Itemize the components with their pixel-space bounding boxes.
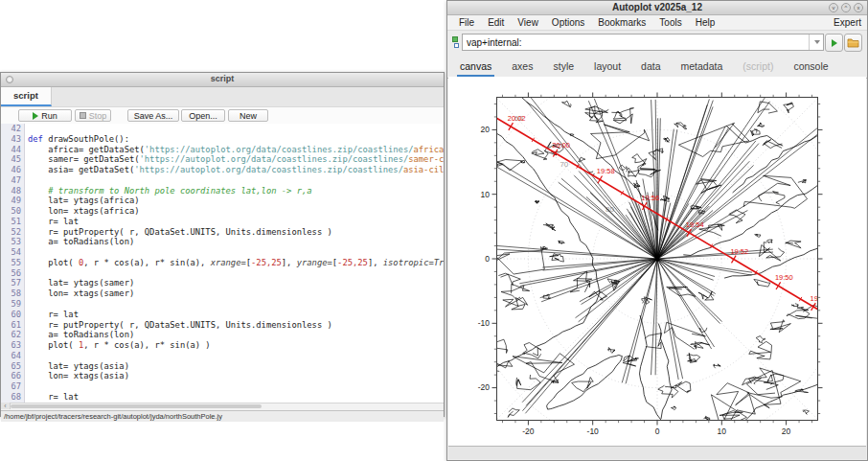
code-line-60[interactable]: 60 r= lat <box>1 310 444 320</box>
menu-help[interactable]: Help <box>689 17 722 28</box>
line-number: 50 <box>1 206 25 217</box>
new-button[interactable]: New <box>228 109 268 122</box>
menu-options[interactable]: Options <box>545 17 591 28</box>
line-number: 66 <box>1 371 25 381</box>
close-icon[interactable]: x <box>854 3 863 12</box>
y-tick-label: -20 <box>478 382 491 392</box>
y-tick-label: 0 <box>485 254 490 264</box>
line-number: 51 <box>1 217 25 227</box>
minimize-icon[interactable]: v <box>829 3 838 12</box>
y-tick-label: 20 <box>481 125 491 134</box>
time-label: 19:50 <box>775 273 793 282</box>
code-line-68[interactable]: 68 r= lat <box>1 392 444 403</box>
code-line-54[interactable]: 54 <box>1 247 444 258</box>
ap-tab-canvas[interactable]: canvas <box>457 60 494 78</box>
x-tick-label: 10 <box>718 426 727 436</box>
autoplot-titlebar[interactable]: Autoplot v2025a_12 v ^ x <box>447 1 867 15</box>
ap-tab-layout[interactable]: layout <box>591 60 624 78</box>
code-line-43[interactable]: 43def drawSouthPole(): <box>1 134 444 145</box>
open-folder-button[interactable] <box>844 34 862 52</box>
x-tick-label: -10 <box>587 426 600 436</box>
code-line-47[interactable]: 47 <box>1 175 444 186</box>
line-number: 65 <box>1 361 25 372</box>
y-tick-label: 10 <box>481 190 491 199</box>
code-line-58[interactable]: 58 lon= xtags(samer) <box>1 288 444 299</box>
code-text <box>25 351 28 360</box>
code-text: plot( 0, r * cos(a), r* sin(a), xrange=[… <box>25 258 444 267</box>
ap-tab-metadata[interactable]: metadata <box>678 60 726 78</box>
line-number: 44 <box>1 145 25 155</box>
uri-input[interactable] <box>462 34 824 51</box>
code-line-67[interactable]: 67 <box>1 381 444 392</box>
ap-tab-axes[interactable]: axes <box>509 60 536 78</box>
code-editor[interactable]: 4243def drawSouthPole():44 africa= getDa… <box>1 124 444 403</box>
code-line-63[interactable]: 63 plot( 1, r * cos(a), r* sin(a) ) <box>1 340 444 351</box>
script-file-path: /home/jbf/project/tracers/research-git/a… <box>4 412 222 421</box>
new-button-label: New <box>240 111 257 121</box>
code-line-59[interactable]: 59 <box>1 299 444 310</box>
code-text: r= lat <box>25 392 79 402</box>
code-line-65[interactable]: 65 lat= ytags(asia) <box>1 361 444 372</box>
code-line-51[interactable]: 51 r= lat <box>1 217 444 227</box>
code-line-46[interactable]: 46 asia= getDataSet('https://autoplot.or… <box>1 165 444 175</box>
code-line-61[interactable]: 61 r= putProperty( r, QDataSet.UNITS, Un… <box>1 320 444 331</box>
coastline-polar-plot[interactable]: 80706020:0220:0019:5819:5619:5419:5219:5… <box>448 77 868 447</box>
open-button[interactable]: Open... <box>181 109 225 122</box>
tab-script[interactable]: script <box>1 87 52 106</box>
code-line-53[interactable]: 53 a= toRadians(lon) <box>1 237 444 247</box>
uri-bar <box>447 31 867 54</box>
menu-tools[interactable]: Tools <box>652 17 688 28</box>
menu-bookmarks[interactable]: Bookmarks <box>591 17 652 28</box>
code-line-42[interactable]: 42 <box>1 124 444 134</box>
menu-file[interactable]: File <box>452 17 481 28</box>
code-line-56[interactable]: 56 <box>1 268 444 279</box>
line-number: 58 <box>1 288 25 299</box>
line-number: 46 <box>1 165 25 175</box>
run-button[interactable]: Run <box>18 109 72 122</box>
time-label: 19:48 <box>811 294 829 303</box>
code-line-49[interactable]: 49 lat= ytags(africa) <box>1 196 444 206</box>
code-text: r= lat <box>25 310 79 319</box>
code-line-55[interactable]: 55 plot( 0, r * cos(a), r* sin(a), xrang… <box>1 258 444 268</box>
save-as-button[interactable]: Save As... <box>127 109 179 122</box>
ap-tab-data[interactable]: data <box>638 60 663 78</box>
line-number: 63 <box>1 340 25 351</box>
code-text: a= toRadians(lon) <box>25 237 134 246</box>
ap-tab-style[interactable]: style <box>550 60 577 78</box>
line-number: 45 <box>1 154 25 165</box>
window-controls: v ^ x <box>829 3 863 12</box>
ap-tab-console[interactable]: console <box>790 60 831 78</box>
code-line-57[interactable]: 57 lat= ytags(samer) <box>1 278 444 288</box>
scroll-left-arrow-icon[interactable]: ‹ <box>1 403 11 409</box>
code-text <box>25 175 28 185</box>
autoplot-window: Autoplot v2025a_12 v ^ x FileEditViewOpt… <box>446 0 868 461</box>
code-line-62[interactable]: 62 a= toRadians(lon) <box>1 330 444 340</box>
uri-dropdown-icon[interactable] <box>809 35 824 50</box>
line-number: 68 <box>1 392 25 403</box>
scrollbar-thumb[interactable] <box>11 404 262 408</box>
code-line-45[interactable]: 45 samer= getDataSet('https://autoplot.o… <box>1 154 444 165</box>
code-line-52[interactable]: 52 r= putProperty( r, QDataSet.UNITS, Un… <box>1 227 444 238</box>
save-as-button-label: Save As... <box>134 111 173 121</box>
go-play-button[interactable] <box>825 34 843 52</box>
expert-menu[interactable]: Expert <box>834 17 861 28</box>
code-line-66[interactable]: 66 lon= xtags(asia) <box>1 371 444 381</box>
ap-tab-script[interactable]: (script) <box>740 60 776 78</box>
line-number: 55 <box>1 258 25 268</box>
plot-canvas[interactable]: 80706020:0220:0019:5819:5619:5419:5219:5… <box>448 77 866 449</box>
horizontal-scrollbar[interactable]: ‹ <box>1 403 444 410</box>
code-line-50[interactable]: 50 lon= xtags(africa) <box>1 206 444 217</box>
stop-button[interactable]: Stop <box>75 109 111 122</box>
stop-square-icon <box>80 112 86 119</box>
menu-view[interactable]: View <box>511 17 545 28</box>
code-text <box>25 268 28 278</box>
code-line-64[interactable]: 64 <box>1 351 444 361</box>
line-number: 43 <box>1 134 25 145</box>
code-line-44[interactable]: 44 africa= getDataSet('https://autoplot.… <box>1 145 444 155</box>
code-line-48[interactable]: 48 # transform to North pole coordinates… <box>1 186 444 196</box>
script-window-titlebar[interactable]: script <box>1 73 444 87</box>
maximize-icon[interactable]: ^ <box>841 3 851 12</box>
menu-bar: FileEditViewOptionsBookmarksToolsHelp Ex… <box>447 15 867 31</box>
plot-data-layer: 80706020:0220:0019:5819:5619:5419:5219:5… <box>448 77 868 447</box>
menu-edit[interactable]: Edit <box>481 17 511 28</box>
